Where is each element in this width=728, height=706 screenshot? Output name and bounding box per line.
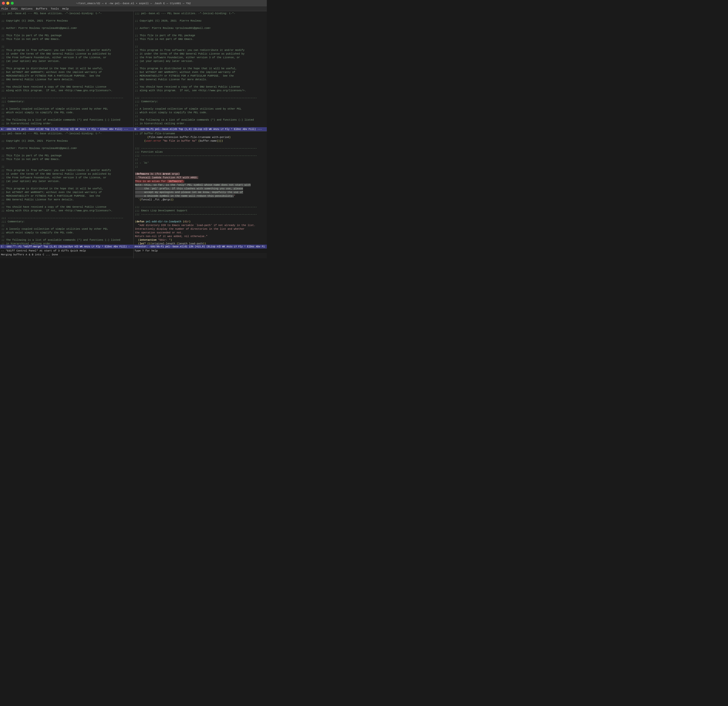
pane-b-modeline: B: -UUU:%%-F1 pel--base.el|d3 Top (1,0) … (134, 127, 267, 131)
pane-ancestor-modeline: Ancestor: -UUU:%%-F1 pel--base.el|d1 13%… (134, 245, 267, 249)
titlebar-text: ~/test_emacs/d2 — e -nw pel--base.el • a… (76, 2, 191, 5)
menu-options[interactable]: Options (21, 7, 33, 10)
menu-edit[interactable]: Edit (11, 7, 17, 10)
pane-a-content[interactable]: ;;; pel--base.el --- PEL base utilities.… (0, 11, 133, 127)
traffic-lights (2, 2, 14, 5)
menubar: File Edit Options Buffers Tools Help (0, 6, 267, 11)
close-button[interactable] (2, 2, 5, 5)
app-window: ~/test_emacs/d2 — e -nw pel--base.el • a… (0, 0, 267, 258)
help-hint: Type ? for help (134, 249, 267, 258)
pane-ancestor: ;; if buffer-file-truename (file-name-ex… (134, 131, 267, 249)
menu-help[interactable]: Help (62, 7, 69, 10)
pane-a-modeline: A: -UUU:%%-F1 pel--base.el|d2 Top (1,0) … (0, 127, 133, 131)
menu-file[interactable]: File (1, 7, 8, 10)
pane-b: ;;; pel--base.el --- PEL base utilities.… (134, 11, 267, 131)
minibuffer-line2: Merging buffers A & B into C ... Done (0, 253, 133, 256)
pane-c-modeline: C: -UUU:**--F1 *ediff-merge* Top (1,0) (… (0, 245, 133, 249)
pane-c-content[interactable]: ;;; pel--base.el --- PEL base utilities.… (0, 131, 133, 245)
maximize-button[interactable] (11, 2, 14, 5)
menu-buffers[interactable]: Buffers (36, 7, 47, 10)
pane-b-content[interactable]: ;;; pel--base.el --- PEL base utilities.… (134, 11, 267, 127)
help-text: Type ? for help (134, 249, 267, 253)
minibuffer-line1: -- *Ediff Control Panel* At start of 3 d… (0, 249, 133, 253)
pane-c: ;;; pel--base.el --- PEL base utilities.… (0, 131, 134, 249)
pane-a: ;;; pel--base.el --- PEL base utilities.… (0, 11, 134, 131)
pane-ancestor-content[interactable]: ;; if buffer-file-truename (file-name-ex… (134, 131, 267, 245)
titlebar: ~/test_emacs/d2 — e -nw pel--base.el • a… (0, 0, 267, 6)
ediff-control-info: -- *Ediff Control Panel* At start of 3 d… (0, 249, 134, 258)
minimize-button[interactable] (6, 2, 9, 5)
bottom-panel: -- *Ediff Control Panel* At start of 3 d… (0, 249, 267, 258)
menu-tools[interactable]: Tools (51, 7, 59, 10)
